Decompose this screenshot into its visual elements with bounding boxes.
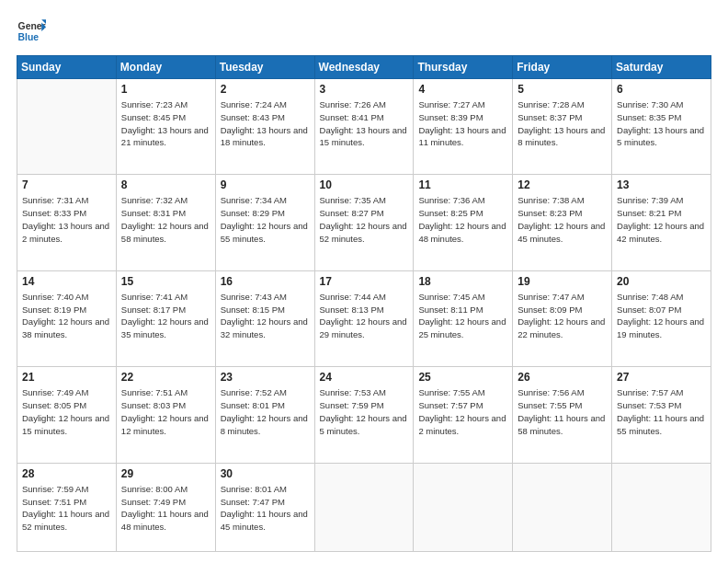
day-number: 18 xyxy=(418,275,507,288)
day-number: 21 xyxy=(22,371,111,384)
day-number: 5 xyxy=(518,83,607,96)
day-info: Sunrise: 7:31 AMSunset: 8:33 PMDaylight:… xyxy=(22,194,111,245)
day-number: 10 xyxy=(320,178,409,191)
day-number: 9 xyxy=(221,178,310,191)
day-info: Sunrise: 8:00 AMSunset: 7:49 PMDaylight:… xyxy=(121,483,210,534)
calendar-cell: 30Sunrise: 8:01 AMSunset: 7:47 PMDayligh… xyxy=(215,463,314,551)
calendar-cell: 6Sunrise: 7:30 AMSunset: 8:35 PMDaylight… xyxy=(612,79,711,175)
weekday-header-friday: Friday xyxy=(513,56,612,79)
calendar-cell: 4Sunrise: 7:27 AMSunset: 8:39 PMDaylight… xyxy=(414,79,513,175)
day-info: Sunrise: 7:45 AMSunset: 8:11 PMDaylight:… xyxy=(418,291,507,341)
day-number: 28 xyxy=(22,467,111,480)
svg-text:Blue: Blue xyxy=(18,32,40,42)
day-info: Sunrise: 7:30 AMSunset: 8:35 PMDaylight:… xyxy=(617,98,706,149)
calendar-cell: 12Sunrise: 7:38 AMSunset: 8:23 PMDayligh… xyxy=(513,175,612,270)
week-row-4: 21Sunrise: 7:49 AMSunset: 8:05 PMDayligh… xyxy=(17,367,711,463)
weekday-header-sunday: Sunday xyxy=(17,56,117,79)
day-number: 3 xyxy=(320,83,409,96)
day-info: Sunrise: 7:43 AMSunset: 8:15 PMDaylight:… xyxy=(221,291,310,341)
calendar-cell: 29Sunrise: 8:00 AMSunset: 7:49 PMDayligh… xyxy=(116,463,215,551)
day-number: 25 xyxy=(418,371,507,384)
day-info: Sunrise: 7:59 AMSunset: 7:51 PMDaylight:… xyxy=(22,483,111,534)
day-info: Sunrise: 7:27 AMSunset: 8:39 PMDaylight:… xyxy=(418,98,507,149)
calendar-cell: 21Sunrise: 7:49 AMSunset: 8:05 PMDayligh… xyxy=(17,367,117,463)
day-number: 23 xyxy=(221,371,310,384)
calendar-cell: 8Sunrise: 7:32 AMSunset: 8:31 PMDaylight… xyxy=(116,175,215,270)
day-number: 13 xyxy=(617,178,706,191)
week-row-1: 1Sunrise: 7:23 AMSunset: 8:45 PMDaylight… xyxy=(17,79,711,175)
header: General Blue xyxy=(17,17,711,46)
calendar-cell: 17Sunrise: 7:44 AMSunset: 8:13 PMDayligh… xyxy=(314,270,414,366)
day-info: Sunrise: 7:38 AMSunset: 8:23 PMDaylight:… xyxy=(518,194,607,245)
logo-icon: General Blue xyxy=(17,17,46,46)
day-number: 7 xyxy=(22,178,111,191)
weekday-header-row: SundayMondayTuesdayWednesdayThursdayFrid… xyxy=(17,56,711,79)
calendar-cell: 23Sunrise: 7:52 AMSunset: 8:01 PMDayligh… xyxy=(215,367,314,463)
calendar-cell: 19Sunrise: 7:47 AMSunset: 8:09 PMDayligh… xyxy=(513,270,612,366)
calendar-cell: 2Sunrise: 7:24 AMSunset: 8:43 PMDaylight… xyxy=(215,79,314,175)
calendar-cell: 25Sunrise: 7:55 AMSunset: 7:57 PMDayligh… xyxy=(414,367,513,463)
week-row-2: 7Sunrise: 7:31 AMSunset: 8:33 PMDaylight… xyxy=(17,175,711,270)
week-row-5: 28Sunrise: 7:59 AMSunset: 7:51 PMDayligh… xyxy=(17,463,711,551)
weekday-header-monday: Monday xyxy=(116,56,215,79)
day-number: 24 xyxy=(320,371,409,384)
day-number: 22 xyxy=(121,371,210,384)
day-info: Sunrise: 7:32 AMSunset: 8:31 PMDaylight:… xyxy=(121,194,210,245)
calendar-cell: 26Sunrise: 7:56 AMSunset: 7:55 PMDayligh… xyxy=(513,367,612,463)
day-info: Sunrise: 7:36 AMSunset: 8:25 PMDaylight:… xyxy=(418,194,507,245)
week-row-3: 14Sunrise: 7:40 AMSunset: 8:19 PMDayligh… xyxy=(17,270,711,366)
calendar-cell: 18Sunrise: 7:45 AMSunset: 8:11 PMDayligh… xyxy=(414,270,513,366)
day-info: Sunrise: 7:24 AMSunset: 8:43 PMDaylight:… xyxy=(221,98,310,149)
calendar-cell: 13Sunrise: 7:39 AMSunset: 8:21 PMDayligh… xyxy=(612,175,711,270)
day-number: 27 xyxy=(617,371,706,384)
calendar-cell xyxy=(314,463,414,551)
calendar-cell: 16Sunrise: 7:43 AMSunset: 8:15 PMDayligh… xyxy=(215,270,314,366)
calendar-cell: 1Sunrise: 7:23 AMSunset: 8:45 PMDaylight… xyxy=(116,79,215,175)
day-info: Sunrise: 7:40 AMSunset: 8:19 PMDaylight:… xyxy=(22,291,111,341)
day-info: Sunrise: 8:01 AMSunset: 7:47 PMDaylight:… xyxy=(221,483,310,534)
calendar-cell xyxy=(414,463,513,551)
day-info: Sunrise: 7:39 AMSunset: 8:21 PMDaylight:… xyxy=(617,194,706,245)
calendar-cell: 27Sunrise: 7:57 AMSunset: 7:53 PMDayligh… xyxy=(612,367,711,463)
calendar-cell: 11Sunrise: 7:36 AMSunset: 8:25 PMDayligh… xyxy=(414,175,513,270)
day-info: Sunrise: 7:34 AMSunset: 8:29 PMDaylight:… xyxy=(221,194,310,245)
day-number: 17 xyxy=(320,275,409,288)
calendar: SundayMondayTuesdayWednesdayThursdayFrid… xyxy=(17,55,711,552)
page: General Blue SundayMondayTuesdayWednesda… xyxy=(0,0,728,563)
day-number: 12 xyxy=(518,178,607,191)
day-number: 2 xyxy=(221,83,310,96)
day-info: Sunrise: 7:51 AMSunset: 8:03 PMDaylight:… xyxy=(121,386,210,437)
day-info: Sunrise: 7:55 AMSunset: 7:57 PMDaylight:… xyxy=(418,386,507,437)
calendar-cell: 3Sunrise: 7:26 AMSunset: 8:41 PMDaylight… xyxy=(314,79,414,175)
day-info: Sunrise: 7:26 AMSunset: 8:41 PMDaylight:… xyxy=(320,98,409,149)
calendar-cell: 14Sunrise: 7:40 AMSunset: 8:19 PMDayligh… xyxy=(17,270,117,366)
weekday-header-saturday: Saturday xyxy=(612,56,711,79)
calendar-cell xyxy=(513,463,612,551)
day-number: 6 xyxy=(617,83,706,96)
calendar-cell xyxy=(612,463,711,551)
calendar-cell: 9Sunrise: 7:34 AMSunset: 8:29 PMDaylight… xyxy=(215,175,314,270)
weekday-header-wednesday: Wednesday xyxy=(314,56,414,79)
day-number: 4 xyxy=(418,83,507,96)
weekday-header-thursday: Thursday xyxy=(414,56,513,79)
day-info: Sunrise: 7:49 AMSunset: 8:05 PMDaylight:… xyxy=(22,386,111,437)
calendar-cell xyxy=(17,79,117,175)
day-info: Sunrise: 7:23 AMSunset: 8:45 PMDaylight:… xyxy=(121,98,210,149)
day-number: 14 xyxy=(22,275,111,288)
logo: General Blue xyxy=(17,17,46,46)
day-info: Sunrise: 7:28 AMSunset: 8:37 PMDaylight:… xyxy=(518,98,607,149)
day-info: Sunrise: 7:35 AMSunset: 8:27 PMDaylight:… xyxy=(320,194,409,245)
day-info: Sunrise: 7:57 AMSunset: 7:53 PMDaylight:… xyxy=(617,386,706,437)
day-number: 29 xyxy=(121,467,210,480)
weekday-header-tuesday: Tuesday xyxy=(215,56,314,79)
day-number: 26 xyxy=(518,371,607,384)
day-number: 30 xyxy=(221,467,310,480)
day-info: Sunrise: 7:44 AMSunset: 8:13 PMDaylight:… xyxy=(320,291,409,341)
day-number: 1 xyxy=(121,83,210,96)
day-number: 20 xyxy=(617,275,706,288)
day-info: Sunrise: 7:47 AMSunset: 8:09 PMDaylight:… xyxy=(518,291,607,341)
calendar-cell: 20Sunrise: 7:48 AMSunset: 8:07 PMDayligh… xyxy=(612,270,711,366)
day-number: 15 xyxy=(121,275,210,288)
calendar-cell: 22Sunrise: 7:51 AMSunset: 8:03 PMDayligh… xyxy=(116,367,215,463)
calendar-cell: 28Sunrise: 7:59 AMSunset: 7:51 PMDayligh… xyxy=(17,463,117,551)
